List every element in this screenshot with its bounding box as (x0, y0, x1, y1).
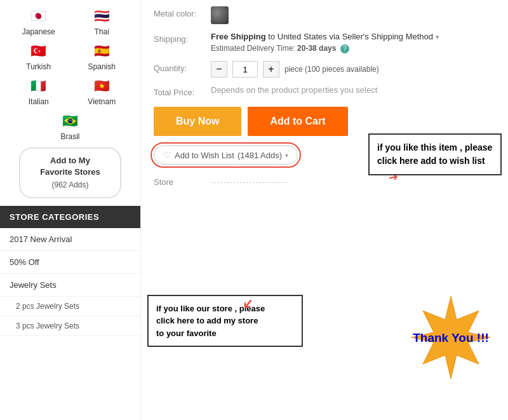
add-favorite-label: Add to MyFavorite Stores (27, 155, 114, 178)
add-to-cart-button[interactable]: Add to Cart (248, 107, 347, 136)
total-price-row: Total Price: Depends on the product prop… (154, 85, 495, 97)
lang-item-brasil[interactable]: 🇧🇷 Brasil (57, 111, 84, 141)
flag-italian: 🇮🇹 (25, 76, 53, 95)
category-2pcs-jewelry-sets[interactable]: 2 pcs Jewelry Sets (0, 297, 140, 316)
category-50-off[interactable]: 50% Off (0, 251, 140, 274)
quantity-available: piece (100 pieces available) (284, 65, 379, 74)
quantity-row: Quantity: − + piece (100 pieces availabl… (154, 61, 495, 78)
store-label: Store (154, 177, 211, 187)
wishlist-annotation: if you like this item , please click her… (368, 133, 502, 175)
thank-you-starburst: Thank You !!! (406, 293, 495, 382)
quantity-increase-button[interactable]: + (263, 61, 279, 78)
category-label: 50% Off (10, 257, 39, 267)
metal-color-label: Metal color: (154, 6, 211, 18)
thank-you-label: Thank You !!! (413, 331, 489, 344)
shipping-free-text: Free Shipping (211, 32, 266, 41)
flag-turkish: 🇹🇷 (25, 41, 53, 60)
metal-color-value (211, 6, 495, 24)
lang-label-japanese: Japanese (22, 27, 55, 36)
lang-label-brasil: Brasil (60, 132, 79, 141)
flag-vietnam: 🇻🇳 (88, 76, 116, 95)
metal-color-row: Metal color: (154, 6, 495, 24)
category-label: 2 pcs Jewelry Sets (16, 302, 79, 311)
heart-icon: ♡ (163, 150, 171, 160)
sidebar: 🇯🇵 Japanese 🇹🇭 Thai 🇹🇷 Turkish 🇪🇸 Spanis… (0, 0, 141, 420)
wishlist-dropdown-icon: ▾ (285, 152, 288, 159)
add-favorite-count: (962 Adds) (27, 180, 114, 191)
help-icon[interactable]: ? (340, 44, 349, 53)
category-jewelry-sets[interactable]: Jewelry Sets (0, 274, 140, 297)
store-row: Store (154, 177, 495, 187)
lang-item-vietnam[interactable]: 🇻🇳 Vietnam (73, 76, 131, 106)
lang-item-thai[interactable]: 🇹🇭 Thai (73, 6, 131, 36)
buy-now-button[interactable]: Buy Now (154, 107, 241, 136)
main-content: Metal color: Shipping: Free Shipping to … (141, 0, 508, 420)
metal-color-swatch[interactable] (211, 6, 229, 24)
category-2017-new-arrival[interactable]: 2017 New Arrival (0, 228, 140, 251)
store-categories-header: STORE CATEGORIES (0, 206, 140, 228)
shipping-value: Free Shipping to United States via Selle… (211, 32, 495, 53)
total-price-label: Total Price: (154, 85, 211, 97)
wishlist-count: (1481 Adds) (237, 151, 282, 160)
category-3pcs-jewelry-sets[interactable]: 3 pcs Jewelry Sets (0, 316, 140, 336)
action-buttons: Buy Now Add to Cart (154, 107, 495, 136)
shipping-destination: to United States via Seller's Shipping M… (268, 32, 433, 41)
category-label: 2017 New Arrival (10, 234, 72, 244)
delivery-label: Estimated Delivery Time: (211, 44, 295, 53)
shipping-select-icon: ▾ (436, 33, 439, 41)
lang-item-japanese[interactable]: 🇯🇵 Japanese (10, 6, 68, 36)
flag-thai: 🇹🇭 (88, 6, 116, 25)
flag-spanish: 🇪🇸 (88, 41, 116, 60)
lang-item-spanish[interactable]: 🇪🇸 Spanish (73, 41, 131, 71)
lang-label-turkish: Turkish (26, 62, 51, 71)
total-price-value: Depends on the product properties you se… (211, 85, 377, 95)
flag-japanese: 🇯🇵 (25, 6, 53, 25)
quantity-decrease-button[interactable]: − (211, 61, 227, 78)
quantity-input[interactable] (232, 61, 258, 78)
store-hint: if you like our store , please click her… (156, 304, 265, 338)
shipping-label: Shipping: (154, 32, 211, 44)
store-annotation: if you like our store , please click her… (147, 295, 303, 348)
add-to-wishlist-button[interactable]: ♡ Add to Wish List (1481 Adds) ▾ (154, 146, 298, 165)
lang-label-spanish: Spanish (88, 62, 116, 71)
add-favorite-button[interactable]: Add to MyFavorite Stores (962 Adds) (19, 147, 121, 198)
delivery-time: Estimated Delivery Time: 20-38 days ? (211, 44, 495, 53)
lang-label-italian: Italian (29, 97, 49, 106)
lang-item-turkish[interactable]: 🇹🇷 Turkish (10, 41, 68, 71)
delivery-time-value: 20-38 days (297, 44, 336, 53)
store-dashes (211, 182, 287, 183)
thank-you-text: Thank You !!! (413, 330, 489, 346)
quantity-value: − + piece (100 pieces available) (211, 61, 495, 78)
category-label: Jewelry Sets (10, 280, 57, 290)
quantity-label: Quantity: (154, 61, 211, 73)
lang-item-italian[interactable]: 🇮🇹 Italian (10, 76, 68, 106)
wishlist-label: Add to Wish List (175, 151, 234, 160)
lang-label-thai: Thai (95, 27, 109, 36)
shipping-row: Shipping: Free Shipping to United States… (154, 32, 495, 53)
flag-brasil: 🇧🇷 (57, 111, 84, 130)
lang-label-vietnam: Vietnam (88, 97, 116, 106)
wishlist-hint-text: if you like this item , please click her… (377, 142, 492, 166)
category-label: 3 pcs Jewelry Sets (16, 322, 79, 330)
